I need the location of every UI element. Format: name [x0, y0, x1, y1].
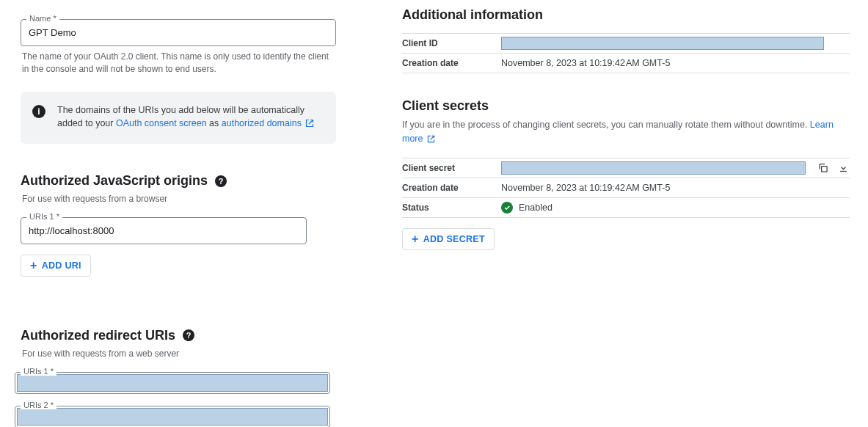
add-secret-button[interactable]: + ADD SECRET — [402, 228, 495, 250]
client-secret-label: Client secret — [402, 160, 501, 176]
redirect-uri-1-input[interactable] — [17, 374, 328, 392]
redirect-uri-2-label: URIs 2 * — [21, 401, 56, 409]
redirect-uris-heading: Authorized redirect URIs ? — [21, 328, 358, 343]
authorized-domains-link[interactable]: authorized domains — [222, 118, 315, 128]
client-id-value[interactable] — [501, 37, 824, 50]
name-hint: The name of your OAuth 2.0 client. This … — [22, 51, 338, 76]
copy-icon[interactable] — [816, 161, 829, 175]
help-icon[interactable]: ? — [183, 329, 194, 341]
oauth-consent-link[interactable]: OAuth consent screen — [116, 118, 207, 128]
secret-creation-date-value: November 8, 2023 at 10:19:42 AM GMT-5 — [501, 180, 850, 196]
status-value: Enabled — [519, 202, 552, 213]
name-input[interactable] — [21, 20, 335, 45]
js-uri-1-label: URIs 1 * — [26, 212, 62, 221]
check-circle-icon — [501, 202, 513, 213]
creation-date-value: November 8, 2023 at 10:19:42 AM GMT-5 — [501, 55, 850, 71]
js-origins-sub: For use with requests from a browser — [22, 193, 357, 205]
client-secrets-table: Client secret Creation date November — [402, 158, 850, 218]
name-field-wrapper: Name * — [21, 19, 336, 46]
download-icon[interactable] — [836, 161, 850, 175]
external-link-icon — [427, 134, 435, 147]
js-uri-1-wrapper: URIs 1 * — [21, 217, 307, 244]
status-label: Status — [402, 200, 501, 216]
js-origins-heading: Authorized JavaScript origins ? — [21, 173, 358, 189]
client-secrets-desc: If you are in the process of changing cl… — [402, 118, 850, 147]
name-label: Name * — [26, 14, 59, 23]
external-link-icon — [305, 118, 314, 132]
svg-rect-1 — [840, 171, 847, 172]
add-uri-button[interactable]: + ADD URI — [21, 255, 91, 277]
redirect-uri-2-input[interactable] — [17, 408, 328, 426]
help-icon[interactable]: ? — [215, 175, 227, 187]
secret-creation-date-label: Creation date — [402, 180, 501, 196]
domains-callout: i The domains of the URIs you add below … — [21, 92, 336, 145]
plus-icon: + — [30, 261, 37, 270]
creation-date-label: Creation date — [402, 55, 501, 71]
svg-rect-0 — [821, 167, 827, 172]
additional-info-table: Client ID Creation date November 8, 2023… — [402, 33, 850, 73]
client-secrets-heading: Client secrets — [402, 98, 850, 114]
callout-text-2: as — [209, 118, 222, 128]
client-id-label: Client ID — [402, 35, 501, 51]
js-uri-1-input[interactable] — [21, 218, 306, 244]
client-secret-value[interactable] — [501, 161, 806, 175]
redirect-uri-1-label: URIs 1 * — [21, 367, 56, 376]
redirect-uri-1-wrapper: URIs 1 * — [15, 372, 330, 394]
redirect-uris-sub: For use with requests from a web server — [22, 348, 357, 360]
plus-icon: + — [412, 235, 419, 244]
info-icon: i — [32, 105, 45, 118]
redirect-uri-2-wrapper: URIs 2 * — [15, 406, 330, 427]
additional-info-heading: Additional information — [402, 7, 850, 23]
